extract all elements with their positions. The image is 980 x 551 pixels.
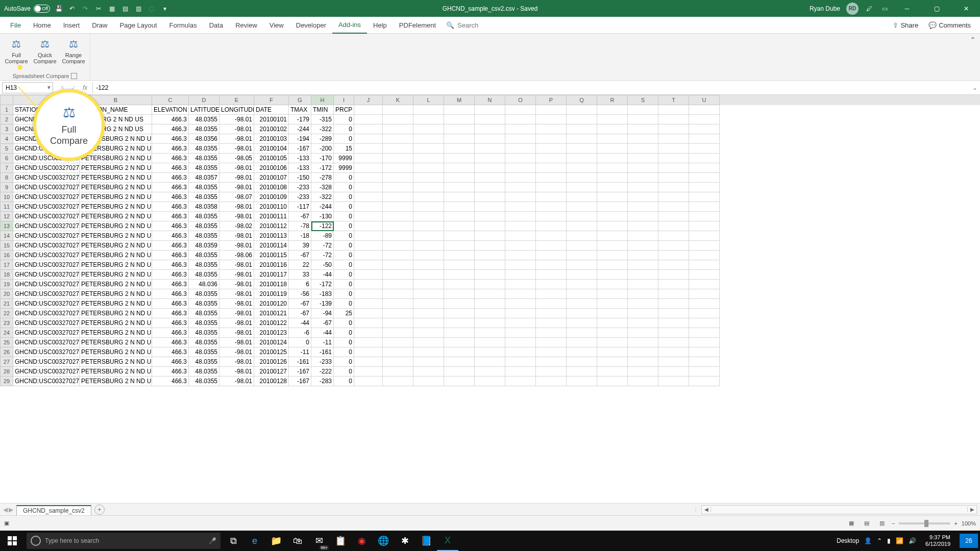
cell[interactable] — [444, 231, 475, 241]
cell[interactable]: 20100117 — [254, 270, 289, 280]
cell[interactable]: 0 — [334, 270, 354, 280]
horizontal-scrollbar[interactable]: ◀ ▶ — [701, 505, 977, 514]
cell[interactable]: -98.01 — [219, 241, 254, 251]
cell[interactable] — [567, 357, 597, 367]
cell[interactable]: 20100121 — [254, 309, 289, 318]
cell[interactable]: GHCND:USC00327027 — [13, 367, 80, 377]
cell[interactable]: 20100120 — [254, 299, 289, 309]
cell[interactable] — [505, 357, 536, 367]
cell[interactable] — [383, 347, 413, 357]
app-icon[interactable]: 📘 — [415, 531, 437, 551]
tab-review[interactable]: Review — [229, 17, 263, 34]
row-header[interactable]: 15 — [0, 241, 13, 251]
cell[interactable] — [628, 357, 658, 367]
column-header[interactable]: P — [536, 95, 567, 105]
sheet-nav-prev-icon[interactable]: ◀ — [3, 506, 8, 513]
cell[interactable] — [689, 251, 720, 260]
app-icon[interactable]: 📋 — [330, 531, 351, 551]
comments-button[interactable]: 💬 Comments — [925, 19, 974, 31]
cell[interactable]: 466.3 — [152, 318, 189, 328]
column-header[interactable]: R — [597, 95, 628, 105]
cell[interactable] — [658, 202, 689, 212]
cell[interactable] — [354, 260, 383, 270]
save-icon[interactable]: 💾 — [54, 4, 63, 13]
cell[interactable] — [658, 338, 689, 347]
cell[interactable]: -328 — [311, 183, 334, 192]
cell[interactable] — [505, 144, 536, 154]
cell[interactable] — [597, 318, 628, 328]
cell[interactable]: 0 — [334, 183, 354, 192]
cell[interactable] — [628, 144, 658, 154]
column-header[interactable]: G — [289, 95, 311, 105]
cell[interactable] — [567, 163, 597, 173]
zoom-slider[interactable] — [899, 522, 950, 524]
cell[interactable] — [567, 154, 597, 163]
cell[interactable] — [567, 289, 597, 299]
cell[interactable] — [597, 192, 628, 202]
cell[interactable]: -94 — [311, 309, 334, 318]
cell[interactable]: GHCND:USC00327027 — [13, 347, 80, 357]
cell[interactable] — [354, 270, 383, 280]
tab-home[interactable]: Home — [27, 17, 57, 34]
cell[interactable] — [567, 124, 597, 134]
cell[interactable]: -170 — [311, 154, 334, 163]
cell[interactable] — [628, 309, 658, 318]
cell[interactable]: 466.3 — [152, 377, 189, 386]
cell[interactable] — [628, 192, 658, 202]
cell[interactable] — [505, 192, 536, 202]
cell[interactable]: 48.0355 — [189, 221, 219, 231]
cell[interactable]: PETERSBURG 2 N ND US — [80, 163, 152, 173]
cell[interactable]: -56 — [289, 289, 311, 299]
cell[interactable] — [628, 202, 658, 212]
cell[interactable]: 0 — [334, 289, 354, 299]
cell[interactable]: GHCND:USC00327027 — [13, 173, 80, 183]
tab-file[interactable]: File — [4, 17, 27, 34]
cell[interactable] — [628, 212, 658, 221]
cell[interactable]: -98.02 — [219, 221, 254, 231]
scroll-left-icon[interactable]: ◀ — [702, 507, 711, 512]
cell[interactable]: -44 — [311, 328, 334, 338]
cell[interactable] — [383, 115, 413, 124]
cell[interactable] — [354, 124, 383, 134]
cell[interactable]: PETERSBURG 2 N ND US — [80, 328, 152, 338]
cell[interactable]: -89 — [311, 231, 334, 241]
column-header[interactable]: N — [475, 95, 505, 105]
cell[interactable]: 0 — [334, 212, 354, 221]
cell[interactable] — [505, 289, 536, 299]
cell[interactable] — [475, 154, 505, 163]
cell[interactable] — [505, 124, 536, 134]
cell[interactable] — [383, 231, 413, 241]
cell[interactable]: PETERSBURG 2 N ND US — [80, 347, 152, 357]
cell[interactable] — [628, 134, 658, 144]
cell[interactable] — [444, 377, 475, 386]
cell[interactable]: GHCND:USC00327027 — [13, 318, 80, 328]
cell[interactable] — [597, 309, 628, 318]
cell[interactable] — [597, 289, 628, 299]
formula-input[interactable]: -122 — [93, 82, 970, 93]
cell[interactable] — [354, 212, 383, 221]
cell[interactable] — [413, 231, 444, 241]
cell[interactable] — [567, 105, 597, 115]
cell[interactable]: GHCND:USC00327027 — [13, 163, 80, 173]
cell[interactable] — [505, 163, 536, 173]
cell[interactable] — [413, 154, 444, 163]
cell[interactable]: 48.0355 — [189, 338, 219, 347]
cell[interactable] — [444, 144, 475, 154]
cell[interactable]: 15 — [334, 144, 354, 154]
row-header[interactable]: 2 — [0, 115, 13, 124]
cell[interactable] — [475, 144, 505, 154]
cell[interactable] — [505, 241, 536, 251]
cell[interactable]: -278 — [311, 173, 334, 183]
cell[interactable]: 0 — [334, 231, 354, 241]
wifi-icon[interactable]: 📶 — [896, 537, 903, 544]
row-header[interactable]: 3 — [0, 124, 13, 134]
cell[interactable] — [475, 318, 505, 328]
cell[interactable] — [354, 231, 383, 241]
cell[interactable]: 48.0357 — [189, 173, 219, 183]
app-icon[interactable]: ✱ — [394, 531, 415, 551]
cell[interactable] — [536, 124, 567, 134]
cell[interactable]: -172 — [311, 280, 334, 289]
cell[interactable]: -98.01 — [219, 270, 254, 280]
name-box[interactable]: H13 ▼ — [2, 82, 53, 93]
cell[interactable]: GHCND:USC00327027 — [13, 202, 80, 212]
